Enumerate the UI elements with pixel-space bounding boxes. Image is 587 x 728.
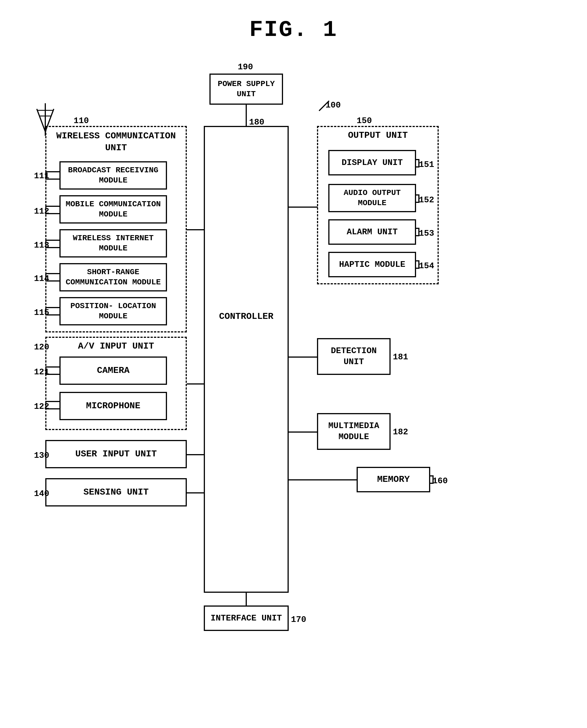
power-supply-label: POWER SUPPLY UNIT xyxy=(211,79,282,100)
camera-label: CAMERA xyxy=(97,365,130,377)
user-input-box: USER INPUT UNIT xyxy=(45,440,187,468)
power-supply-box: POWER SUPPLY UNIT xyxy=(209,74,283,105)
camera-box: CAMERA xyxy=(60,357,167,385)
detection-unit-label: DETECTION UNIT xyxy=(318,345,390,367)
ref160: 160 xyxy=(432,476,448,486)
haptic-module-box: HAPTIC MODULE xyxy=(328,252,416,277)
microphone-label: MICROPHONE xyxy=(86,400,140,412)
short-range-label: SHORT-RANGE COMMUNICATION MODULE xyxy=(61,267,166,288)
display-unit-box: DISPLAY UNIT xyxy=(328,150,416,175)
ref152: 152 xyxy=(419,195,434,205)
audio-output-box: AUDIO OUTPUT MODULE xyxy=(328,184,416,212)
broadcast-box: BROADCAST RECEIVING MODULE xyxy=(60,161,167,190)
detection-unit-box: DETECTION UNIT xyxy=(317,338,391,375)
ref110: 110 xyxy=(74,116,89,126)
position-location-box: POSITION- LOCATION MODULE xyxy=(60,297,167,325)
wireless-internet-label: WIRELESS INTERNET MODULE xyxy=(61,233,166,254)
alarm-unit-label: ALARM UNIT xyxy=(347,227,398,238)
position-location-label: POSITION- LOCATION MODULE xyxy=(61,301,166,322)
ref182: 182 xyxy=(393,427,408,437)
user-input-label: USER INPUT UNIT xyxy=(75,448,157,460)
memory-label: MEMORY xyxy=(377,474,409,486)
interface-unit-label: INTERFACE UNIT xyxy=(211,613,282,624)
mobile-comm-label: MOBILE COMMUNICATION MODULE xyxy=(61,199,166,220)
av-input-label: A/V INPUT UNIT xyxy=(45,341,187,351)
ref140: 140 xyxy=(34,489,49,499)
ref150: 150 xyxy=(357,116,372,126)
output-unit-label: OUTPUT UNIT xyxy=(317,130,439,141)
interface-unit-box: INTERFACE UNIT xyxy=(204,606,289,631)
wireless-comm-label: WIRELESS COMMUNICATION UNIT xyxy=(45,130,187,154)
ref170: 170 xyxy=(291,615,306,625)
audio-output-label: AUDIO OUTPUT MODULE xyxy=(329,188,415,209)
multimedia-module-box: MULTIMEDIA MODULE xyxy=(317,413,391,450)
svg-line-1 xyxy=(45,109,54,131)
ref181: 181 xyxy=(393,352,408,362)
sensing-label: SENSING UNIT xyxy=(84,486,148,498)
short-range-box: SHORT-RANGE COMMUNICATION MODULE xyxy=(60,263,167,291)
ref154: 154 xyxy=(419,261,434,271)
ref153: 153 xyxy=(419,228,434,238)
ref190: 190 xyxy=(238,62,253,72)
microphone-box: MICROPHONE xyxy=(60,392,167,420)
sensing-unit-box: SENSING UNIT xyxy=(45,478,187,507)
ref180: 180 xyxy=(249,117,264,127)
controller-label: CONTROLLER xyxy=(204,311,289,322)
memory-box: MEMORY xyxy=(357,467,430,492)
ref130: 130 xyxy=(34,451,49,460)
alarm-unit-box: ALARM UNIT xyxy=(328,219,416,245)
multimedia-module-label: MULTIMEDIA MODULE xyxy=(318,420,390,442)
page-title: FIG. 1 xyxy=(0,0,587,43)
haptic-module-label: HAPTIC MODULE xyxy=(339,259,405,270)
controller-box xyxy=(204,126,289,593)
display-unit-label: DISPLAY UNIT xyxy=(342,157,403,168)
mobile-comm-box: MOBILE COMMUNICATION MODULE xyxy=(60,195,167,223)
svg-line-0 xyxy=(37,109,45,131)
ref151: 151 xyxy=(419,160,434,169)
wireless-internet-box: WIRELESS INTERNET MODULE xyxy=(60,229,167,258)
broadcast-label: BROADCAST RECEIVING MODULE xyxy=(61,165,166,186)
